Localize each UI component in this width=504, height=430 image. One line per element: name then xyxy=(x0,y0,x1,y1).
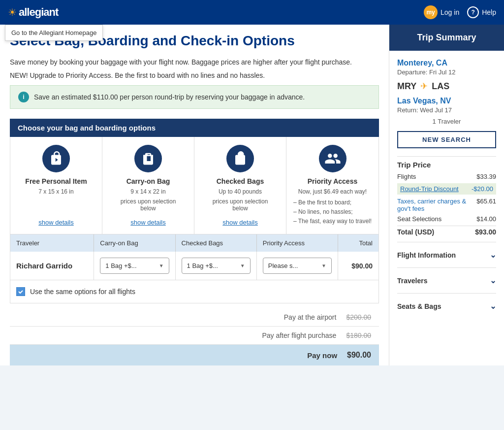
seats-bags-section: Seats & Bags ⌄ xyxy=(397,293,496,319)
flight-route: MRY ✈ LAS xyxy=(397,81,496,92)
col-carryon: Carry-on Bag xyxy=(94,234,175,252)
flight-info-chevron: ⌄ xyxy=(490,250,496,260)
flight-info-label: Flight Information xyxy=(397,251,456,259)
personal-item-title: Free Personal Item xyxy=(25,177,87,185)
tooltip-text: Go to the Allegiant Homepage xyxy=(11,29,96,36)
discount-label: Round-Trip Discount xyxy=(400,185,459,193)
same-options-row: Use the same options for all flights xyxy=(10,280,379,303)
carryon-size: 9 x 14 x 22 in xyxy=(130,188,165,195)
pricing-section: Pay at the airport $200.00 Pay after fli… xyxy=(10,308,379,365)
logo[interactable]: ☀ allegiant xyxy=(8,6,58,19)
pay-now-value: $90.00 xyxy=(347,351,371,360)
row-total: $90.00 xyxy=(351,262,373,270)
travelers-section: Travelers ⌄ xyxy=(397,267,496,293)
traveler-name: Richard Garrido xyxy=(16,262,72,270)
header: ☀ allegiant my Log in ? Help xyxy=(0,0,504,25)
personal-item-icon xyxy=(42,145,70,172)
chevron-down-icon: ▼ xyxy=(321,263,326,268)
seats-bags-chevron: ⌄ xyxy=(490,301,496,311)
page-layout: Select Bag, Boarding and Check-in Option… xyxy=(0,25,504,365)
carryon-icon xyxy=(134,145,162,172)
seat-value: $14.00 xyxy=(476,215,496,223)
seat-line: Seat Selections $14.00 xyxy=(397,215,496,223)
pay-airport-value: $200.00 xyxy=(346,313,371,321)
personal-item-details-link[interactable]: show details xyxy=(38,219,74,226)
priority-price: Now, just $6.49 each way! xyxy=(298,188,367,195)
checked-dropdown[interactable]: 1 Bag +$... ▼ xyxy=(182,258,251,274)
seats-bags-label: Seats & Bags xyxy=(397,302,441,310)
logo-text: allegiant xyxy=(19,6,58,19)
option-personal-item: Free Personal Item 7 x 15 x 16 in show d… xyxy=(10,137,102,234)
flights-label: Flights xyxy=(397,173,416,180)
taxes-value: $65.61 xyxy=(476,198,496,212)
table-row: Richard Garrido 1 Bag +$... ▼ 1 Bag +$..… xyxy=(10,252,379,280)
trip-price-section: Trip Price Flights $33.39 Round-Trip Dis… xyxy=(397,161,496,236)
main-content: Select Bag, Boarding and Check-in Option… xyxy=(0,25,389,365)
carryon-title: Carry-on Bag xyxy=(126,177,170,185)
divider xyxy=(397,156,496,157)
col-checked: Checked Bags xyxy=(175,234,256,252)
carryon-price-note: prices upon selectionbelow xyxy=(121,198,176,212)
homepage-tooltip[interactable]: Go to the Allegiant Homepage xyxy=(5,25,103,41)
user-icon: my xyxy=(424,5,438,19)
new-search-button[interactable]: NEW SEARCH xyxy=(397,131,496,148)
description: Save money by booking your baggage with … xyxy=(10,57,379,67)
sidebar: Trip Summary Monterey, CA Departure: Fri… xyxy=(389,25,504,365)
trip-price-title: Trip Price xyxy=(397,161,496,169)
pay-after-row: Pay after flight purchase $180.00 xyxy=(10,327,379,345)
taxes-line: Taxes, carrier charges & gov't fees $65.… xyxy=(397,198,496,212)
col-traveler: Traveler xyxy=(10,234,94,252)
help-button[interactable]: ? Help xyxy=(467,6,496,18)
chevron-down-icon: ▼ xyxy=(240,263,245,268)
origin-city: Monterey, CA xyxy=(397,59,496,67)
travelers-header[interactable]: Travelers ⌄ xyxy=(397,274,496,287)
destination-city: Las Vegas, NV xyxy=(397,97,496,105)
carryon-value: 1 Bag +$... xyxy=(105,262,136,269)
flights-value: $33.39 xyxy=(476,173,496,180)
checked-bag-icon: 40 xyxy=(226,145,254,172)
checked-details-link[interactable]: show details xyxy=(222,219,258,226)
options-header-text: Choose your bag and boarding options xyxy=(18,124,156,132)
pay-after-label: Pay after flight purchase xyxy=(262,331,336,339)
login-label: Log in xyxy=(441,8,459,16)
checked-title: Checked Bags xyxy=(217,177,264,185)
pay-airport-row: Pay at the airport $200.00 xyxy=(10,308,379,327)
discount-value: -$20.00 xyxy=(472,185,493,193)
checked-value: 1 Bag +$... xyxy=(187,262,218,269)
pay-after-value: $180.00 xyxy=(346,331,371,339)
total-label: Total (USD) xyxy=(397,228,434,236)
personal-item-size: 7 x 15 x 16 in xyxy=(38,188,73,195)
pay-now-row: Pay now $90.00 xyxy=(10,345,379,365)
traveler-table: Traveler Carry-on Bag Checked Bags Prior… xyxy=(10,234,379,280)
travelers-label: Travelers xyxy=(397,277,428,285)
flights-line: Flights $33.39 xyxy=(397,173,496,180)
priority-icon xyxy=(319,145,346,172)
login-button[interactable]: my Log in xyxy=(424,5,459,19)
option-checked: 40 Checked Bags Up to 40 pounds prices u… xyxy=(194,137,286,234)
from-code: MRY xyxy=(397,81,416,92)
priority-value: Please s... xyxy=(268,262,298,269)
priority-bullets: – Be the first to board; – No lines, no … xyxy=(293,198,372,227)
pay-airport-label: Pay at the airport xyxy=(284,313,337,321)
traveler-count: 1 Traveler xyxy=(397,118,496,125)
return-info: Return: Wed Jul 17 xyxy=(397,106,496,114)
checked-weight: Up to 40 pounds xyxy=(219,188,262,195)
seat-label: Seat Selections xyxy=(397,215,441,223)
sidebar-content: Monterey, CA Departure: Fri Jul 12 MRY ✈… xyxy=(389,51,504,327)
discount-line: Round-Trip Discount -$20.00 xyxy=(397,183,496,195)
priority-title: Priority Access xyxy=(308,177,357,185)
same-options-checkbox[interactable] xyxy=(16,287,25,296)
svg-text:40: 40 xyxy=(237,157,243,163)
carryon-details-link[interactable]: show details xyxy=(130,219,166,226)
total-line: Total (USD) $93.00 xyxy=(397,226,496,236)
priority-dropdown[interactable]: Please s... ▼ xyxy=(263,258,332,274)
checkbox-label: Use the same options for all flights xyxy=(30,288,135,296)
to-code: LAS xyxy=(432,81,449,92)
departure-info: Departure: Fri Jul 12 xyxy=(397,68,496,76)
chevron-down-icon: ▼ xyxy=(159,263,164,268)
carryon-dropdown[interactable]: 1 Bag +$... ▼ xyxy=(100,258,169,274)
travelers-chevron: ⌄ xyxy=(490,276,496,285)
flight-info-header[interactable]: Flight Information ⌄ xyxy=(397,248,496,262)
options-header: Choose your bag and boarding options xyxy=(10,119,379,137)
seats-bags-header[interactable]: Seats & Bags ⌄ xyxy=(397,299,496,313)
